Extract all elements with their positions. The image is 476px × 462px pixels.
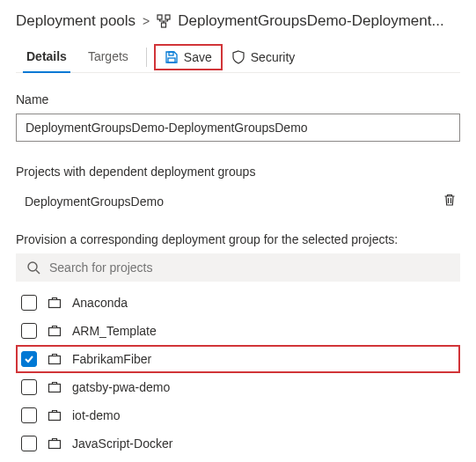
checkbox[interactable]: [21, 436, 37, 451]
svg-rect-7: [49, 328, 61, 336]
dependent-row: DeploymentGroupsDemo: [16, 186, 460, 216]
project-name: gatsby-pwa-demo: [72, 380, 170, 394]
save-label: Save: [184, 50, 212, 64]
svg-rect-10: [49, 413, 61, 421]
svg-rect-4: [168, 58, 175, 62]
shield-icon: [231, 50, 245, 64]
briefcase-icon: [48, 408, 62, 422]
briefcase-icon: [48, 296, 62, 310]
name-input[interactable]: [16, 114, 460, 142]
security-button[interactable]: Security: [223, 46, 304, 69]
save-button[interactable]: Save: [154, 44, 223, 70]
svg-rect-2: [162, 23, 166, 27]
project-row[interactable]: gatsby-pwa-demo: [16, 373, 460, 401]
breadcrumb-separator: >: [143, 14, 150, 28]
breadcrumb-root[interactable]: Deployment pools: [16, 12, 135, 30]
project-list: Anaconda ARM_Template FabrikamFiber gats…: [16, 289, 460, 458]
search-input[interactable]: [49, 260, 450, 275]
tab-targets[interactable]: Targets: [77, 42, 139, 72]
tab-details[interactable]: Details: [16, 42, 77, 72]
delete-button[interactable]: [443, 193, 457, 209]
project-row-selected[interactable]: FabrikamFiber: [16, 345, 460, 373]
project-name: iot-demo: [72, 408, 120, 422]
svg-rect-8: [49, 356, 61, 364]
briefcase-icon: [48, 380, 62, 394]
name-label: Name: [16, 92, 460, 106]
svg-rect-0: [157, 15, 162, 19]
svg-rect-1: [165, 15, 170, 19]
search-icon: [26, 260, 40, 275]
dependent-label: Projects with dependent deployment group…: [16, 165, 460, 179]
svg-rect-11: [49, 441, 61, 449]
trash-icon: [443, 193, 457, 207]
checkbox[interactable]: [21, 295, 37, 311]
project-row[interactable]: JavaScript-Docker: [16, 429, 460, 458]
project-name: ARM_Template: [72, 324, 157, 338]
checkbox[interactable]: [21, 407, 37, 423]
svg-rect-9: [49, 385, 61, 392]
search-row[interactable]: [16, 253, 460, 282]
divider: [146, 48, 147, 67]
checkbox-checked[interactable]: [21, 351, 37, 367]
breadcrumb-current: DeploymentGroupsDemo-Deployment...: [178, 12, 443, 30]
breadcrumb: Deployment pools > DeploymentGroupsDemo-…: [16, 12, 460, 30]
project-name: FabrikamFiber: [72, 352, 151, 366]
svg-rect-3: [169, 52, 173, 55]
briefcase-icon: [48, 352, 62, 366]
project-row[interactable]: iot-demo: [16, 401, 460, 429]
project-name: JavaScript-Docker: [72, 436, 172, 451]
project-name: Anaconda: [72, 296, 128, 310]
check-icon: [24, 354, 34, 364]
dependent-project-name: DeploymentGroupsDemo: [25, 194, 164, 209]
tabs-row: Details Targets Save Security: [16, 42, 460, 73]
project-row[interactable]: Anaconda: [16, 289, 460, 317]
briefcase-icon: [48, 436, 62, 451]
svg-point-5: [28, 262, 37, 271]
checkbox[interactable]: [21, 323, 37, 339]
svg-rect-6: [49, 300, 61, 308]
deployment-pool-icon: [157, 14, 171, 28]
briefcase-icon: [48, 324, 62, 338]
project-row[interactable]: ARM_Template: [16, 317, 460, 345]
security-label: Security: [251, 50, 296, 64]
save-icon: [165, 50, 179, 64]
provision-label: Provision a corresponding deployment gro…: [16, 232, 460, 246]
checkbox[interactable]: [21, 379, 37, 395]
